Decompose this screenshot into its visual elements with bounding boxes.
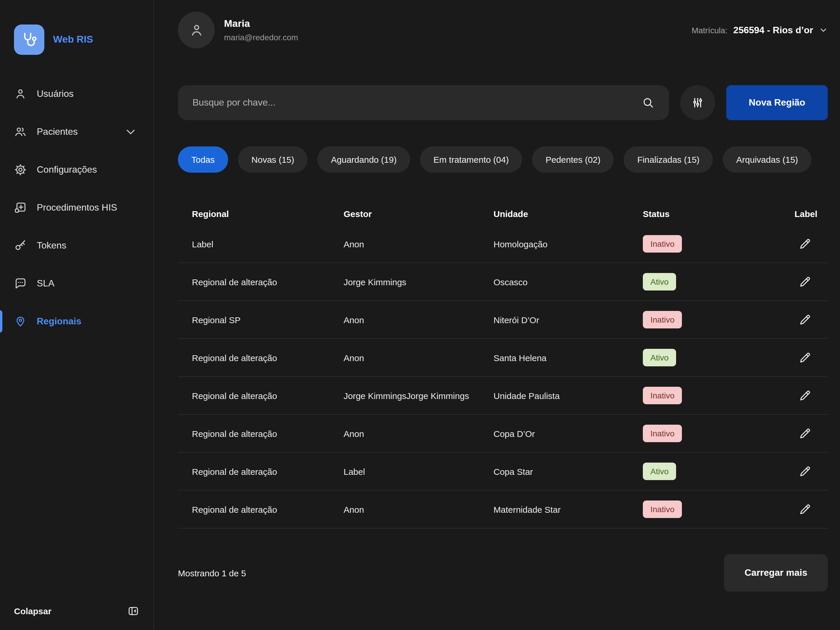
regions-table: Regional Gestor Unidade Status Label Lab… xyxy=(178,202,828,529)
pagination-status: Mostrando 1 de 5 xyxy=(178,568,246,578)
sidebar-item-configuracoes[interactable]: Configurações xyxy=(14,158,139,182)
procedures-icon xyxy=(14,201,27,214)
cell-gestor: Anon xyxy=(344,315,494,325)
sidebar-item-regionais[interactable]: Regionais xyxy=(14,309,139,334)
table-row: Regional de alteração Jorge Kimmings Osc… xyxy=(178,263,828,301)
app-logo: Web RIS xyxy=(14,0,139,55)
sidebar-item-sla[interactable]: SLA xyxy=(14,271,139,296)
edit-pencil-icon[interactable] xyxy=(799,503,812,516)
cell-gestor: Jorge Kimmings xyxy=(344,277,494,287)
table-row: Label Anon Homologação Inativo xyxy=(178,225,828,263)
cell-unidade: Niterói D’Or xyxy=(494,315,643,325)
column-header-regional: Regional xyxy=(178,208,344,218)
logo-box xyxy=(14,25,44,55)
new-region-button[interactable]: Nova Região xyxy=(726,85,828,120)
table-row: Regional de alteração Jorge KimmingsJorg… xyxy=(178,377,828,415)
table-row: Regional de alteração Anon Maternidade S… xyxy=(178,491,828,529)
toolbar: Nova Região xyxy=(178,85,828,120)
edit-pencil-icon[interactable] xyxy=(799,465,812,478)
edit-pencil-icon[interactable] xyxy=(799,389,812,402)
filter-button[interactable] xyxy=(680,85,715,120)
table-row: Regional de alteração Anon Santa Helena … xyxy=(178,339,828,377)
sidebar: Web RIS Usuários Pacientes Configurações… xyxy=(0,0,154,630)
sidebar-item-label: Configurações xyxy=(37,164,97,175)
map-pin-icon xyxy=(14,315,27,328)
edit-pencil-icon[interactable] xyxy=(799,351,812,364)
status-badge: Inativo xyxy=(643,387,682,404)
edit-pencil-icon[interactable] xyxy=(799,237,812,250)
sidebar-item-label: SLA xyxy=(37,278,55,289)
cell-regional: Regional de alteração xyxy=(178,277,344,287)
sidebar-item-tokens[interactable]: Tokens xyxy=(14,233,139,258)
status-badge: Inativo xyxy=(643,235,682,253)
user-name: Maria xyxy=(224,18,298,30)
column-header-status: Status xyxy=(643,208,794,218)
chip-todas[interactable]: Todas xyxy=(178,147,228,173)
sidebar-item-label: Usuários xyxy=(37,88,74,99)
person-icon xyxy=(189,22,204,38)
cell-gestor: Label xyxy=(344,466,494,476)
load-more-button[interactable]: Carregar mais xyxy=(724,554,828,592)
chevron-down-icon[interactable] xyxy=(124,125,137,138)
chip-arquivadas[interactable]: Arquivadas (15) xyxy=(723,147,812,173)
column-header-unidade: Unidade xyxy=(494,208,643,218)
cell-gestor: Anon xyxy=(344,504,494,514)
chip-pedentes[interactable]: Pedentes (02) xyxy=(532,147,614,173)
search-icon[interactable] xyxy=(642,96,655,109)
cell-unidade: Homologação xyxy=(494,239,643,249)
cell-gestor: Anon xyxy=(344,428,494,438)
edit-pencil-icon[interactable] xyxy=(799,427,812,440)
matricula-selector[interactable]: Matrícula: 256594 - Rios d’or xyxy=(692,25,828,35)
user-meta: Maria maria@rededor.com xyxy=(224,18,298,42)
sidebar-collapse: Colapsar xyxy=(14,605,139,617)
cell-unidade: Copa D’Or xyxy=(494,428,643,438)
sidebar-nav: Usuários Pacientes Configurações Procedi… xyxy=(14,82,139,347)
matricula-label: Matrícula: xyxy=(692,25,728,35)
cell-regional: Regional de alteração xyxy=(178,466,344,476)
cell-unidade: Maternidade Star xyxy=(494,504,643,514)
user-icon xyxy=(14,87,27,100)
filter-chips: Todas Novas (15) Aguardando (19) Em trat… xyxy=(178,147,828,173)
edit-pencil-icon[interactable] xyxy=(799,313,812,326)
collapse-panel-icon[interactable] xyxy=(127,605,139,617)
cell-unidade: Oscasco xyxy=(494,277,643,287)
chevron-down-icon xyxy=(819,26,828,35)
edit-pencil-icon[interactable] xyxy=(799,275,812,288)
key-icon xyxy=(14,239,27,252)
sidebar-item-pacientes[interactable]: Pacientes xyxy=(14,120,139,144)
chip-novas[interactable]: Novas (15) xyxy=(238,147,308,173)
table-row: Regional de alteração Anon Copa D’Or Ina… xyxy=(178,415,828,453)
chip-em-tratamento[interactable]: Em tratamento (04) xyxy=(420,147,522,173)
cell-regional: Label xyxy=(178,239,344,249)
gear-icon xyxy=(14,163,27,176)
cell-unidade: Unidade Paulista xyxy=(494,390,643,401)
table-row: Regional SP Anon Niterói D’Or Inativo xyxy=(178,301,828,339)
cell-regional: Regional de alteração xyxy=(178,390,344,401)
sidebar-item-label: Procedimentos HIS xyxy=(37,202,117,213)
sliders-icon xyxy=(691,96,704,109)
matricula-value: 256594 - Rios d’or xyxy=(733,25,813,35)
cell-gestor: Anon xyxy=(344,353,494,363)
table-header: Regional Gestor Unidade Status Label xyxy=(178,202,828,225)
status-badge: Inativo xyxy=(643,501,682,518)
user-email: maria@rededor.com xyxy=(224,33,298,42)
chip-finalizadas[interactable]: Finalizadas (15) xyxy=(624,147,713,173)
search-input[interactable] xyxy=(178,85,669,120)
avatar xyxy=(178,12,215,48)
sidebar-item-usuarios[interactable]: Usuários xyxy=(14,82,139,106)
sidebar-item-label: Regionais xyxy=(37,316,81,327)
sidebar-item-label: Tokens xyxy=(37,240,66,251)
status-badge: Inativo xyxy=(643,311,682,328)
cell-unidade: Copa Star xyxy=(494,466,643,476)
sidebar-item-procedimentos-his[interactable]: Procedimentos HIS xyxy=(14,196,139,220)
chat-icon xyxy=(14,277,27,290)
patients-icon xyxy=(14,125,27,138)
status-badge: Ativo xyxy=(643,273,676,291)
sidebar-item-label: Pacientes xyxy=(37,126,78,137)
status-badge: Inativo xyxy=(643,425,682,442)
app-title: Web RIS xyxy=(53,34,93,46)
chip-aguardando[interactable]: Aguardando (19) xyxy=(317,147,410,173)
cell-regional: Regional de alteração xyxy=(178,353,344,363)
cell-gestor: Jorge KimmingsJorge Kimmings xyxy=(344,390,494,401)
page-header: Maria maria@rededor.com Matrícula: 25659… xyxy=(178,12,828,48)
